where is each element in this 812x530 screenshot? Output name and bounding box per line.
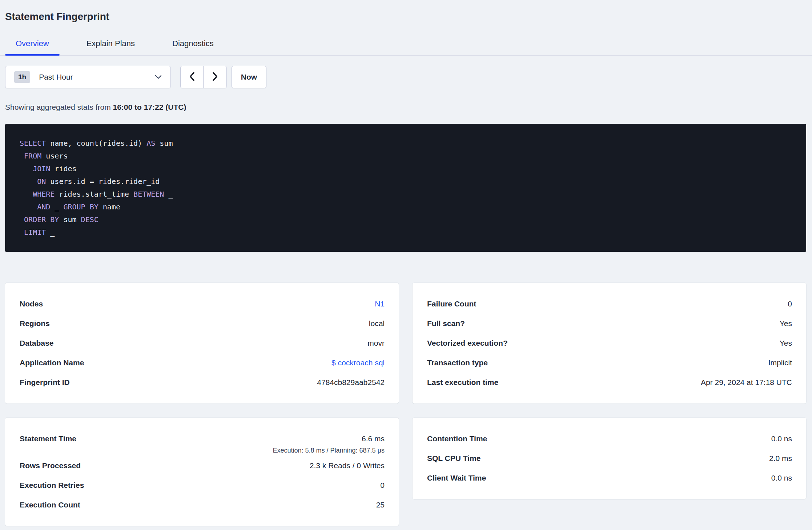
row-value-wrap: 2.3 k Reads / 0 Writes xyxy=(310,456,385,475)
row-label: SQL CPU Time xyxy=(427,449,481,468)
time-range-nav xyxy=(180,66,227,88)
execution-info-card: Failure Count0Full scan?YesVectorized ex… xyxy=(413,283,806,403)
sql-text: users.id = rides.rider_id xyxy=(46,177,160,186)
row-value-wrap: movr xyxy=(367,333,385,353)
card-row: Databasemovr xyxy=(20,333,385,353)
time-range-badge: 1h xyxy=(14,71,30,83)
aggregated-stats-prefix: Showing aggregated stats from xyxy=(5,103,113,111)
card-row: Failure Count0 xyxy=(427,294,792,314)
row-value: 0 xyxy=(380,475,385,495)
sql-keyword: GROUP BY xyxy=(63,202,98,211)
statement-performance-card: Statement Time6.6 msExecution: 5.8 ms / … xyxy=(5,418,399,526)
row-label: Nodes xyxy=(20,294,43,314)
sql-text: name xyxy=(99,202,120,211)
next-time-range-button[interactable] xyxy=(204,66,226,88)
sql-line: ON users.id = rides.rider_id xyxy=(20,175,792,188)
sql-line: AND _ GROUP BY name xyxy=(20,201,792,213)
sql-text xyxy=(20,164,33,173)
tab-bar: OverviewExplain PlansDiagnostics xyxy=(0,39,812,56)
sql-line: WHERE rides.start_time BETWEEN _ xyxy=(20,188,792,201)
tab-diagnostics[interactable]: Diagnostics xyxy=(162,39,224,55)
sql-keyword: LIMIT xyxy=(24,228,46,237)
row-value: 2.3 k Reads / 0 Writes xyxy=(310,456,385,475)
row-value-link[interactable]: N1 xyxy=(375,294,385,314)
row-label: Application Name xyxy=(20,353,84,373)
sql-line: LIMIT _ xyxy=(20,226,792,239)
row-value: 2.0 ms xyxy=(769,449,792,468)
chevron-down-icon xyxy=(155,75,162,79)
sql-line: SELECT name, count(rides.id) AS sum xyxy=(20,137,792,150)
aggregated-stats-range: 16:00 to 17:22 (UTC) xyxy=(113,103,186,111)
page-title: Statement Fingerprint xyxy=(5,9,806,24)
tab-explain-plans[interactable]: Explain Plans xyxy=(76,39,145,55)
row-label: Execution Count xyxy=(20,495,80,515)
row-value-wrap: 0 xyxy=(788,294,792,314)
row-value-wrap: local xyxy=(369,314,385,333)
card-row: Rows Processed2.3 k Reads / 0 Writes xyxy=(20,456,385,475)
summary-cards: NodesN1RegionslocalDatabasemovrApplicati… xyxy=(5,283,806,526)
aggregated-stats-line: Showing aggregated stats from 16:00 to 1… xyxy=(5,103,806,112)
sql-keyword: JOIN xyxy=(33,164,50,173)
row-value-wrap: Yes xyxy=(780,333,792,353)
now-button[interactable]: Now xyxy=(232,66,266,88)
row-label: Vectorized execution? xyxy=(427,333,508,353)
row-label: Regions xyxy=(20,314,50,333)
row-value-link[interactable]: $ cockroach sql xyxy=(331,353,385,373)
sql-keyword: WHERE xyxy=(33,190,55,198)
time-controls: 1h Past Hour xyxy=(5,66,806,88)
tab-label: Overview xyxy=(16,39,49,48)
row-label: Statement Time xyxy=(20,429,76,449)
row-value: Yes xyxy=(780,314,792,333)
sql-text: _ xyxy=(46,228,55,237)
row-value-wrap: Apr 29, 2024 at 17:18 UTC xyxy=(701,373,792,392)
sql-keyword: AND xyxy=(37,202,50,211)
row-value-wrap: 25 xyxy=(376,495,385,515)
statement-info-card: NodesN1RegionslocalDatabasemovrApplicati… xyxy=(5,283,399,403)
previous-time-range-button[interactable] xyxy=(181,66,204,88)
card-row: Regionslocal xyxy=(20,314,385,333)
chevron-right-icon xyxy=(212,72,218,83)
row-label: Fingerprint ID xyxy=(20,373,70,392)
row-value: local xyxy=(369,314,385,333)
row-label: Execution Retries xyxy=(20,475,84,495)
row-value-wrap: 0 xyxy=(380,475,385,495)
row-value: Yes xyxy=(780,333,792,353)
tab-overview[interactable]: Overview xyxy=(5,39,60,55)
row-value-wrap: $ cockroach sql xyxy=(331,353,385,373)
sql-keyword: SELECT xyxy=(20,139,46,148)
sql-text xyxy=(20,190,33,198)
time-range-label: Past Hour xyxy=(39,73,73,81)
row-label: Contention Time xyxy=(427,429,487,449)
sql-keyword: BETWEEN xyxy=(133,190,164,198)
sql-text: _ xyxy=(164,190,173,198)
time-range-dropdown[interactable]: 1h Past Hour xyxy=(5,66,171,88)
sql-keyword: DESC xyxy=(81,215,99,224)
row-value-wrap: 2.0 ms xyxy=(769,449,792,468)
card-row: Application Name$ cockroach sql xyxy=(20,353,385,373)
card-row: Execution Count25 xyxy=(20,495,385,515)
card-row: Full scan?Yes xyxy=(427,314,792,333)
sql-text: users xyxy=(41,152,68,160)
row-value: Apr 29, 2024 at 17:18 UTC xyxy=(701,373,792,392)
row-value-wrap: Yes xyxy=(780,314,792,333)
row-value: Implicit xyxy=(768,353,792,373)
tab-label: Explain Plans xyxy=(87,39,135,48)
sql-keyword: ON xyxy=(37,177,46,186)
row-value: 0.0 ns xyxy=(771,468,792,488)
row-value-wrap: 0.0 ns xyxy=(771,429,792,449)
card-row: Contention Time0.0 ns xyxy=(427,429,792,449)
card-row: Transaction typeImplicit xyxy=(427,353,792,373)
row-value-wrap: Implicit xyxy=(768,353,792,373)
row-value: 25 xyxy=(376,495,385,515)
card-row: Fingerprint ID4784cb829aab2542 xyxy=(20,373,385,392)
card-row: Last execution timeApr 29, 2024 at 17:18… xyxy=(427,373,792,392)
card-row: Execution Retries0 xyxy=(20,475,385,495)
row-value: movr xyxy=(367,333,385,353)
row-value-wrap: 0.0 ns xyxy=(771,468,792,488)
row-value: 0 xyxy=(788,294,792,314)
active-tab-indicator xyxy=(5,54,60,56)
row-value-wrap: 4784cb829aab2542 xyxy=(317,373,385,392)
sql-keyword: ORDER BY xyxy=(24,215,59,224)
row-label: Rows Processed xyxy=(20,456,81,475)
card-row: Statement Time6.6 msExecution: 5.8 ms / … xyxy=(20,429,385,456)
